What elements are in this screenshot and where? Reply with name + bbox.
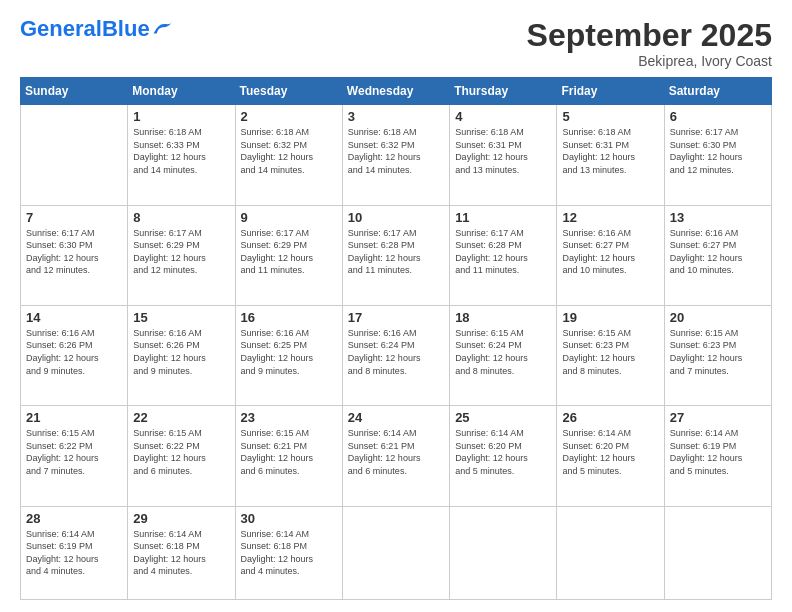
calendar-cell: 15Sunrise: 6:16 AMSunset: 6:26 PMDayligh… (128, 305, 235, 405)
calendar-week-5: 28Sunrise: 6:14 AMSunset: 6:19 PMDayligh… (21, 506, 772, 600)
day-number: 2 (241, 109, 337, 124)
calendar-cell: 5Sunrise: 6:18 AMSunset: 6:31 PMDaylight… (557, 105, 664, 205)
day-info: Sunrise: 6:17 AMSunset: 6:28 PMDaylight:… (455, 227, 551, 277)
day-number: 28 (26, 511, 122, 526)
day-info: Sunrise: 6:15 AMSunset: 6:21 PMDaylight:… (241, 427, 337, 477)
calendar-cell: 13Sunrise: 6:16 AMSunset: 6:27 PMDayligh… (664, 205, 771, 305)
calendar-cell: 2Sunrise: 6:18 AMSunset: 6:32 PMDaylight… (235, 105, 342, 205)
day-number: 10 (348, 210, 444, 225)
day-info: Sunrise: 6:18 AMSunset: 6:32 PMDaylight:… (241, 126, 337, 176)
day-number: 19 (562, 310, 658, 325)
day-info: Sunrise: 6:14 AMSunset: 6:18 PMDaylight:… (133, 528, 229, 578)
day-number: 7 (26, 210, 122, 225)
calendar-cell: 16Sunrise: 6:16 AMSunset: 6:25 PMDayligh… (235, 305, 342, 405)
day-info: Sunrise: 6:18 AMSunset: 6:31 PMDaylight:… (562, 126, 658, 176)
day-info: Sunrise: 6:16 AMSunset: 6:27 PMDaylight:… (562, 227, 658, 277)
col-thursday: Thursday (450, 78, 557, 105)
calendar-cell (21, 105, 128, 205)
day-number: 13 (670, 210, 766, 225)
day-info: Sunrise: 6:14 AMSunset: 6:20 PMDaylight:… (455, 427, 551, 477)
calendar-cell (557, 506, 664, 600)
location-subtitle: Bekiprea, Ivory Coast (527, 53, 772, 69)
day-info: Sunrise: 6:15 AMSunset: 6:24 PMDaylight:… (455, 327, 551, 377)
day-info: Sunrise: 6:14 AMSunset: 6:21 PMDaylight:… (348, 427, 444, 477)
calendar-cell: 23Sunrise: 6:15 AMSunset: 6:21 PMDayligh… (235, 406, 342, 506)
day-info: Sunrise: 6:16 AMSunset: 6:27 PMDaylight:… (670, 227, 766, 277)
calendar-cell: 17Sunrise: 6:16 AMSunset: 6:24 PMDayligh… (342, 305, 449, 405)
calendar-cell: 4Sunrise: 6:18 AMSunset: 6:31 PMDaylight… (450, 105, 557, 205)
calendar-cell: 8Sunrise: 6:17 AMSunset: 6:29 PMDaylight… (128, 205, 235, 305)
day-number: 14 (26, 310, 122, 325)
col-tuesday: Tuesday (235, 78, 342, 105)
day-info: Sunrise: 6:15 AMSunset: 6:22 PMDaylight:… (133, 427, 229, 477)
calendar-cell: 20Sunrise: 6:15 AMSunset: 6:23 PMDayligh… (664, 305, 771, 405)
day-number: 30 (241, 511, 337, 526)
day-info: Sunrise: 6:15 AMSunset: 6:23 PMDaylight:… (670, 327, 766, 377)
day-info: Sunrise: 6:15 AMSunset: 6:22 PMDaylight:… (26, 427, 122, 477)
calendar-cell (450, 506, 557, 600)
day-number: 25 (455, 410, 551, 425)
day-info: Sunrise: 6:17 AMSunset: 6:29 PMDaylight:… (133, 227, 229, 277)
calendar-table: Sunday Monday Tuesday Wednesday Thursday… (20, 77, 772, 600)
day-number: 21 (26, 410, 122, 425)
calendar-cell: 10Sunrise: 6:17 AMSunset: 6:28 PMDayligh… (342, 205, 449, 305)
day-info: Sunrise: 6:15 AMSunset: 6:23 PMDaylight:… (562, 327, 658, 377)
calendar-header-row: Sunday Monday Tuesday Wednesday Thursday… (21, 78, 772, 105)
calendar-cell (342, 506, 449, 600)
calendar-cell: 25Sunrise: 6:14 AMSunset: 6:20 PMDayligh… (450, 406, 557, 506)
day-number: 11 (455, 210, 551, 225)
day-number: 9 (241, 210, 337, 225)
day-number: 29 (133, 511, 229, 526)
calendar-cell: 18Sunrise: 6:15 AMSunset: 6:24 PMDayligh… (450, 305, 557, 405)
calendar-week-2: 7Sunrise: 6:17 AMSunset: 6:30 PMDaylight… (21, 205, 772, 305)
logo-text: GeneralBlue (20, 18, 150, 40)
calendar-cell: 9Sunrise: 6:17 AMSunset: 6:29 PMDaylight… (235, 205, 342, 305)
calendar-cell: 26Sunrise: 6:14 AMSunset: 6:20 PMDayligh… (557, 406, 664, 506)
day-info: Sunrise: 6:18 AMSunset: 6:31 PMDaylight:… (455, 126, 551, 176)
col-saturday: Saturday (664, 78, 771, 105)
day-info: Sunrise: 6:16 AMSunset: 6:26 PMDaylight:… (26, 327, 122, 377)
calendar-cell: 22Sunrise: 6:15 AMSunset: 6:22 PMDayligh… (128, 406, 235, 506)
month-title: September 2025 (527, 18, 772, 53)
day-info: Sunrise: 6:14 AMSunset: 6:20 PMDaylight:… (562, 427, 658, 477)
day-number: 27 (670, 410, 766, 425)
day-number: 8 (133, 210, 229, 225)
day-number: 16 (241, 310, 337, 325)
day-info: Sunrise: 6:18 AMSunset: 6:33 PMDaylight:… (133, 126, 229, 176)
title-block: September 2025 Bekiprea, Ivory Coast (527, 18, 772, 69)
calendar-cell: 14Sunrise: 6:16 AMSunset: 6:26 PMDayligh… (21, 305, 128, 405)
day-info: Sunrise: 6:17 AMSunset: 6:29 PMDaylight:… (241, 227, 337, 277)
day-number: 6 (670, 109, 766, 124)
calendar-week-4: 21Sunrise: 6:15 AMSunset: 6:22 PMDayligh… (21, 406, 772, 506)
day-info: Sunrise: 6:16 AMSunset: 6:26 PMDaylight:… (133, 327, 229, 377)
calendar-cell: 29Sunrise: 6:14 AMSunset: 6:18 PMDayligh… (128, 506, 235, 600)
logo-bird-icon (152, 19, 174, 37)
col-monday: Monday (128, 78, 235, 105)
day-number: 20 (670, 310, 766, 325)
calendar-cell: 27Sunrise: 6:14 AMSunset: 6:19 PMDayligh… (664, 406, 771, 506)
calendar-cell: 19Sunrise: 6:15 AMSunset: 6:23 PMDayligh… (557, 305, 664, 405)
day-number: 18 (455, 310, 551, 325)
day-number: 24 (348, 410, 444, 425)
col-wednesday: Wednesday (342, 78, 449, 105)
day-number: 23 (241, 410, 337, 425)
calendar-cell: 6Sunrise: 6:17 AMSunset: 6:30 PMDaylight… (664, 105, 771, 205)
calendar-week-1: 1Sunrise: 6:18 AMSunset: 6:33 PMDaylight… (21, 105, 772, 205)
day-info: Sunrise: 6:17 AMSunset: 6:30 PMDaylight:… (670, 126, 766, 176)
day-number: 5 (562, 109, 658, 124)
calendar-cell: 3Sunrise: 6:18 AMSunset: 6:32 PMDaylight… (342, 105, 449, 205)
calendar-cell: 11Sunrise: 6:17 AMSunset: 6:28 PMDayligh… (450, 205, 557, 305)
calendar-cell: 1Sunrise: 6:18 AMSunset: 6:33 PMDaylight… (128, 105, 235, 205)
day-number: 22 (133, 410, 229, 425)
calendar-week-3: 14Sunrise: 6:16 AMSunset: 6:26 PMDayligh… (21, 305, 772, 405)
calendar-cell: 24Sunrise: 6:14 AMSunset: 6:21 PMDayligh… (342, 406, 449, 506)
header: GeneralBlue September 2025 Bekiprea, Ivo… (20, 18, 772, 69)
calendar-cell: 21Sunrise: 6:15 AMSunset: 6:22 PMDayligh… (21, 406, 128, 506)
day-info: Sunrise: 6:17 AMSunset: 6:28 PMDaylight:… (348, 227, 444, 277)
day-info: Sunrise: 6:16 AMSunset: 6:24 PMDaylight:… (348, 327, 444, 377)
day-number: 15 (133, 310, 229, 325)
calendar-cell: 30Sunrise: 6:14 AMSunset: 6:18 PMDayligh… (235, 506, 342, 600)
day-info: Sunrise: 6:14 AMSunset: 6:19 PMDaylight:… (26, 528, 122, 578)
day-info: Sunrise: 6:16 AMSunset: 6:25 PMDaylight:… (241, 327, 337, 377)
page: GeneralBlue September 2025 Bekiprea, Ivo… (0, 0, 792, 612)
